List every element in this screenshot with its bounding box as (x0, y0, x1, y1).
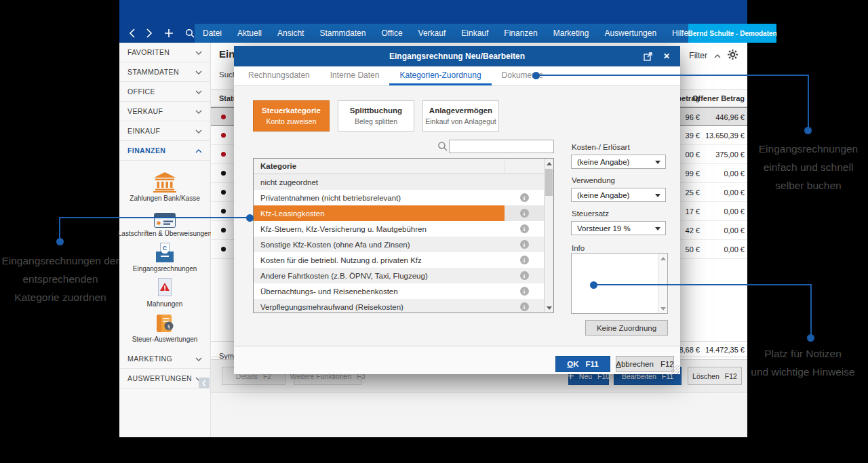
sidebar-item-zahlungen-bank-kasse[interactable]: Zahlungen Bank/Kasse (119, 169, 210, 204)
column-open-amount[interactable]: Offener Betrag (692, 94, 745, 102)
info-icon[interactable]: i (520, 271, 529, 280)
select-kosten-erl-sart[interactable]: (keine Angabe) (571, 155, 666, 169)
category-row[interactable]: Sonstige Kfz-Kosten (ohne Afa und Zinsen… (254, 237, 544, 252)
sidebar-section-label: STAMMDATEN (127, 68, 179, 76)
tab-interne-daten[interactable]: Interne Daten (320, 66, 390, 85)
menu-item-stammdaten[interactable]: Stammdaten (319, 28, 366, 38)
sidebar-section-office[interactable]: OFFICE (119, 82, 210, 102)
row-amount: 00 € (686, 150, 700, 159)
sidebar-section-einkauf[interactable]: EINKAUF (119, 121, 210, 141)
category-info-cell: i (505, 268, 544, 283)
info-scrollbar[interactable] (658, 254, 667, 313)
mode-card-steuerkategorie[interactable]: SteuerkategorieKonto zuweisen (253, 100, 330, 132)
tab-dokumente[interactable]: Dokumente (492, 66, 553, 85)
popout-icon[interactable] (642, 51, 653, 62)
info-icon[interactable]: i (520, 193, 529, 202)
category-info-cell: i (505, 221, 544, 237)
select-steuersatz[interactable]: Vorsteuer 19 % (571, 221, 666, 235)
category-row[interactable]: Kfz-Leasingkosteni (254, 205, 544, 221)
resize-grip[interactable] (671, 365, 679, 374)
category-row[interactable]: Übernachtungs- und Reisenebenkosteni (254, 283, 544, 299)
bank-icon (153, 171, 176, 193)
button-label: Löschen (692, 372, 719, 380)
tab-kategorien-zuordnung[interactable]: Kategorien-Zuordnung (389, 66, 491, 85)
user-account-button[interactable]: Bernd Schulte - Demodaten (688, 24, 776, 43)
keine-zuordnung-button[interactable]: Keine Zuordnung (585, 320, 668, 336)
sidebar-section-stammdaten[interactable]: STAMMDATEN (119, 62, 210, 82)
back-icon[interactable] (129, 28, 135, 38)
cancel-button-label: Abbrechen (616, 360, 654, 368)
chevron-up-icon[interactable] (714, 51, 721, 60)
sidebar-item-mahnungen[interactable]: Mahnungen (119, 275, 210, 310)
menu-item-aktuell[interactable]: Aktuell (237, 28, 262, 38)
sidebar-item-lastschriften-berweisungen[interactable]: Lastschriften & Überweisungen (119, 204, 210, 239)
category-row[interactable]: Andere Fahrtkosten (z.B. ÖPNV, Taxi, Flu… (254, 268, 544, 283)
category-row[interactable]: Verpflegungsmehraufwand (Reisekosten)i (254, 299, 544, 313)
menu-item-auswertungen[interactable]: Auswertungen (604, 28, 656, 38)
sidebar-section-finanzen[interactable]: FINANZEN (119, 141, 210, 161)
status-dot-black (221, 190, 226, 195)
category-search-input[interactable] (449, 140, 554, 153)
cancel-button[interactable]: Abbrechen F12 (616, 356, 674, 372)
filter-control[interactable]: Filter (689, 49, 738, 62)
menu-item-finanzen[interactable]: Finanzen (504, 28, 537, 38)
sidebar: FAVORITENSTAMMDATENOFFICEVERKAUFEINKAUFF… (119, 43, 211, 437)
gear-icon[interactable] (728, 49, 738, 62)
sidebar-section-marketing[interactable]: MARKETING (119, 349, 210, 369)
field-label-0: Kosten-/ Erlösart (572, 143, 630, 151)
sidebar-section-verkauf[interactable]: VERKAUF (119, 102, 210, 121)
mode-card-anlagevermögen[interactable]: AnlagevermögenEinkauf von Anlagegut (422, 100, 499, 132)
l-schen-button[interactable]: LöschenF12 (688, 367, 742, 385)
chevron-down-icon (195, 48, 202, 56)
category-column-header[interactable]: Kategorie (254, 162, 505, 170)
close-icon[interactable]: ✕ (661, 51, 672, 62)
add-icon[interactable] (164, 28, 174, 38)
select-verwendung[interactable]: (keine Angabe) (571, 188, 666, 202)
sidebar-item-steuer-auswertungen[interactable]: §Steuer-Auswertungen (119, 310, 210, 345)
info-icon[interactable]: i (520, 209, 529, 218)
row-amount: 99 € (686, 169, 700, 178)
ok-button[interactable]: OK F11 (555, 356, 610, 372)
info-icon[interactable]: i (520, 240, 529, 249)
category-label: Kfz-Steuern, Kfz-Versicherung u. Mautgeb… (254, 221, 505, 237)
category-list-scrollbar[interactable] (544, 159, 553, 313)
sidebar-collapse-button[interactable]: ❮ (199, 378, 210, 388)
scroll-down-icon[interactable] (545, 303, 553, 313)
menu-item-ansicht[interactable]: Ansicht (277, 28, 304, 38)
mode-card-splittbuchung[interactable]: SplittbuchungBeleg splitten (338, 100, 414, 132)
category-row[interactable]: Kosten für die betriebl. Nutzung d. priv… (254, 252, 544, 268)
tab-rechnungsdaten[interactable]: Rechnungsdaten (238, 66, 320, 85)
menu-item-marketing[interactable]: Marketing (553, 28, 589, 38)
menu-item-hilfe[interactable]: Hilfe (672, 28, 688, 38)
info-icon[interactable]: i (520, 302, 529, 311)
scroll-up-icon[interactable] (545, 159, 553, 168)
row-open-amount: 0,00 € (724, 207, 745, 216)
callout-text-line: einfach und schnell (749, 158, 868, 176)
row-amount: 96 € (686, 113, 700, 121)
status-dot-black (221, 209, 226, 214)
scrollbar-thumb[interactable] (545, 169, 553, 196)
info-icon[interactable]: i (520, 224, 529, 233)
category-label: nicht zugeordnet (254, 174, 505, 190)
callout-text-line: und wichtige Hinweise (738, 363, 868, 381)
info-icon[interactable]: i (520, 287, 529, 296)
tax-report-icon: § (155, 312, 175, 334)
filter-label: Filter (689, 51, 707, 60)
sidebar-section-favoriten[interactable]: FAVORITEN (119, 43, 210, 62)
chevron-down-icon (655, 161, 660, 164)
menu-item-verkauf[interactable]: Verkauf (418, 28, 446, 38)
sidebar-section-label: EINKAUF (127, 127, 160, 135)
menu-item-einkauf[interactable]: Einkauf (461, 28, 488, 38)
info-icon[interactable]: i (520, 256, 529, 264)
category-row[interactable]: Privatentnahmen (nicht betriebsrelevant)… (254, 190, 544, 205)
sidebar-section-auswertungen[interactable]: AUSWERTUNGEN (119, 369, 210, 388)
category-row[interactable]: Kfz-Steuern, Kfz-Versicherung u. Mautgeb… (254, 221, 544, 237)
category-row[interactable]: nicht zugeordnet (254, 174, 544, 190)
sidebar-item-eingangsrechnungen[interactable]: CEingangsrechnungen (119, 239, 210, 275)
search-icon[interactable] (185, 28, 195, 38)
menu-item-office[interactable]: Office (381, 28, 402, 38)
chevron-down-icon (655, 194, 660, 197)
forward-icon[interactable] (146, 28, 153, 38)
info-textarea[interactable] (571, 253, 668, 314)
menu-item-datei[interactable]: Datei (203, 28, 222, 38)
